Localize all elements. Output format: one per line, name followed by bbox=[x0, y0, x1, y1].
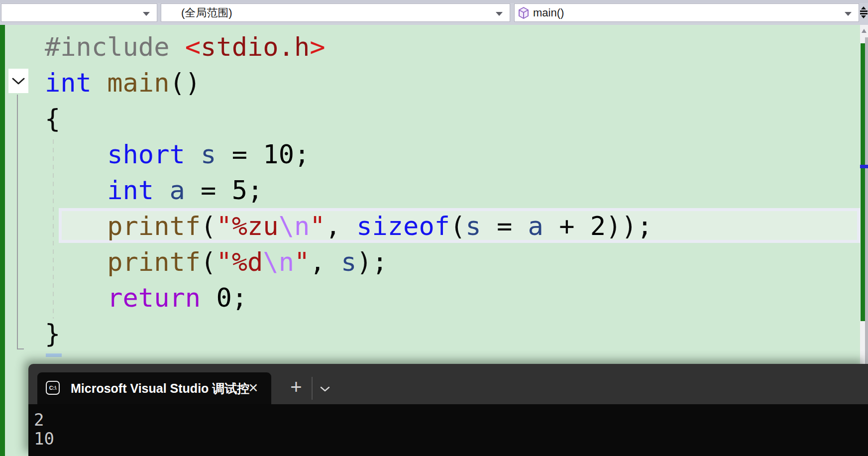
code-line[interactable]: printf("%d\n", s); bbox=[0, 244, 860, 280]
editor-scrollbar[interactable] bbox=[860, 25, 868, 364]
code-line[interactable]: int a = 5; bbox=[0, 172, 860, 208]
console-icon: C:\ bbox=[46, 381, 60, 395]
project-dropdown[interactable] bbox=[1, 3, 157, 22]
code-line[interactable]: #include <stdio.h> bbox=[0, 29, 860, 65]
scrollbar-up-arrow-icon[interactable] bbox=[862, 29, 867, 33]
code-line[interactable]: int main() bbox=[0, 65, 860, 101]
terminal-tab[interactable]: C:\ Microsoft Visual Studio 调试控 ✕ bbox=[37, 372, 271, 404]
tab-options-button[interactable] bbox=[320, 385, 330, 394]
code-line[interactable]: } bbox=[0, 316, 860, 351]
method-cube-icon bbox=[518, 7, 529, 19]
member-dropdown-value: main() bbox=[533, 6, 564, 19]
scope-dropdown-value: (全局范围) bbox=[181, 5, 232, 20]
new-tab-button[interactable]: + bbox=[283, 372, 309, 404]
code-line[interactable]: short s = 10; bbox=[0, 136, 860, 172]
split-bar bbox=[860, 13, 868, 14]
member-dropdown[interactable]: main() bbox=[514, 3, 859, 22]
chevron-down-icon bbox=[845, 12, 852, 16]
close-tab-button[interactable]: ✕ bbox=[242, 372, 264, 404]
chevron-down-icon bbox=[143, 12, 150, 16]
scrollbar-changes-annotation bbox=[861, 43, 865, 321]
code-lines: #include <stdio.h>int main(){ short s = … bbox=[0, 29, 860, 351]
code-line[interactable]: printf("%zu\n", sizeof(s = a + 2)); bbox=[0, 208, 860, 244]
scope-dropdown[interactable]: (全局范围) bbox=[161, 3, 510, 22]
code-line[interactable]: return 0; bbox=[0, 280, 860, 316]
navigation-bar: (全局范围) main() bbox=[0, 0, 868, 25]
terminal-output: 2 10 bbox=[34, 410, 54, 448]
debug-console-panel: C:\ Microsoft Visual Studio 调试控 ✕ + 2 10 bbox=[28, 364, 868, 456]
terminal-output-area[interactable]: 2 10 bbox=[28, 404, 868, 456]
split-up-arrow bbox=[861, 6, 866, 9]
tabbar-divider bbox=[312, 377, 313, 400]
chevron-down-icon bbox=[496, 12, 503, 16]
split-editor-handle-icon[interactable] bbox=[860, 4, 868, 21]
code-line[interactable]: { bbox=[0, 101, 860, 136]
chevron-down-icon bbox=[320, 386, 330, 392]
split-bar bbox=[860, 10, 868, 12]
scrollbar-thumb[interactable] bbox=[865, 37, 868, 364]
brace-position-marker bbox=[46, 353, 62, 357]
terminal-tab-title: Microsoft Visual Studio 调试控 bbox=[71, 372, 249, 404]
split-down-arrow bbox=[861, 15, 866, 18]
scrollbar-caret-annotation bbox=[860, 165, 868, 168]
